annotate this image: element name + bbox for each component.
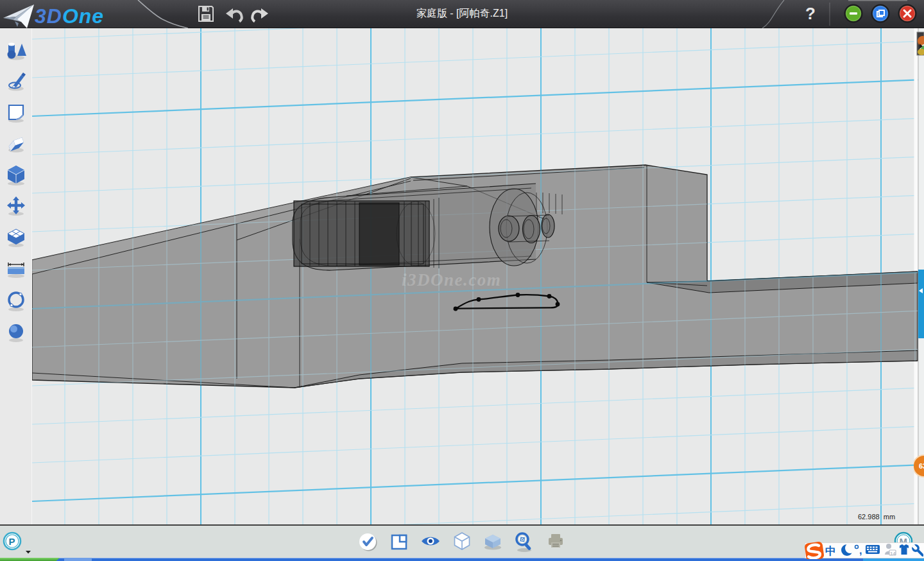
svg-text:,: , bbox=[859, 545, 862, 556]
svg-text:中: 中 bbox=[825, 545, 836, 557]
svg-text:14: 14 bbox=[890, 551, 896, 557]
svg-text:P: P bbox=[9, 536, 15, 547]
svg-text:63: 63 bbox=[919, 462, 924, 470]
svg-text:i3DOne.com: i3DOne.com bbox=[402, 270, 501, 289]
